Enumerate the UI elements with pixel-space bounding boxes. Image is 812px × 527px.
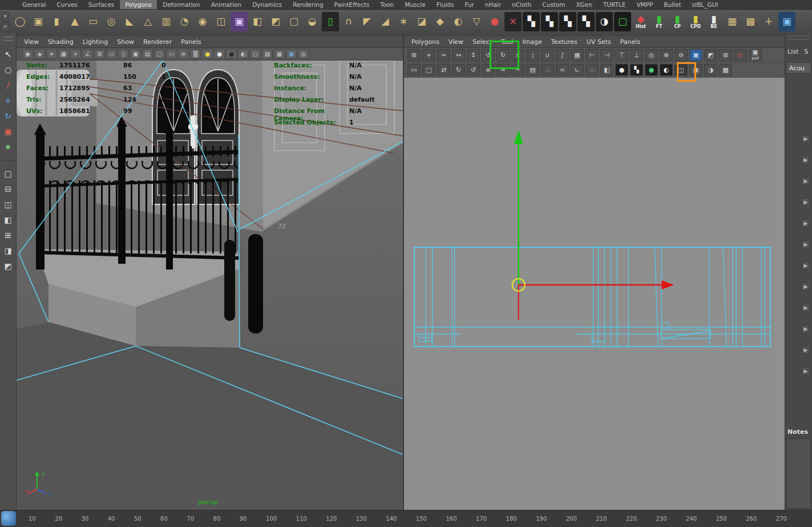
shelf-tab[interactable]: Fluids xyxy=(431,0,460,9)
sidebar-drag-handle[interactable] xyxy=(789,35,809,40)
poly-sphere-icon[interactable]: ◯ xyxy=(11,12,29,31)
uv-editor-menu-item[interactable]: View xyxy=(445,38,467,46)
append-polygon-icon[interactable]: ◤ xyxy=(358,12,375,31)
align-v-max-icon[interactable]: ⊥ xyxy=(630,49,643,61)
move-uv-shell-tool-icon[interactable]: + xyxy=(422,49,435,61)
rotate-uv-cw-icon[interactable]: ↻ xyxy=(496,49,510,61)
chamfer-icon[interactable]: ◆ xyxy=(431,12,449,31)
shelf-tab[interactable]: sIBL_GUI xyxy=(687,0,724,9)
fill-hole-icon[interactable]: ▢ xyxy=(285,12,302,31)
viewport-menu-item[interactable]: Lighting xyxy=(79,38,112,46)
cp-shelf-button[interactable]: ▮ CP xyxy=(669,12,686,31)
split-polygon-icon[interactable]: ◢ xyxy=(377,12,394,31)
axis-manip-icon[interactable]: + xyxy=(760,12,777,31)
poly-torus-icon[interactable]: ◎ xyxy=(103,12,120,31)
collapsed-section-arrow-icon[interactable]: ▶ xyxy=(802,219,810,227)
uv-lattice-icon[interactable]: ▩ xyxy=(742,12,759,31)
alpha-channel-icon[interactable]: ◐ xyxy=(660,64,673,76)
rgb-channels-icon[interactable]: ● xyxy=(645,64,658,76)
collapsed-section-arrow-icon[interactable]: ▶ xyxy=(802,135,810,143)
collapsed-section-arrow-icon[interactable]: ▶ xyxy=(802,177,810,185)
psd-network-icon[interactable]: ▣ psd xyxy=(749,49,762,61)
ambient-occlusion-icon[interactable]: ○ xyxy=(250,49,261,59)
lighting-all-icon[interactable]: ● xyxy=(202,49,213,59)
rotate-shell-icon[interactable]: ↻ xyxy=(452,64,465,76)
bevel-icon[interactable]: ◪ xyxy=(413,12,430,31)
viewport-menu-item[interactable]: View xyxy=(20,38,43,46)
smooth-icon[interactable]: ◒ xyxy=(304,12,321,31)
uv-editor-menu-item[interactable]: Image xyxy=(518,38,546,46)
shelf-tab-selector-icon[interactable]: ▾ xyxy=(1,12,9,21)
layout-hypergraph-persp-icon[interactable]: ◩ xyxy=(1,259,15,273)
paint-select-tool-icon[interactable]: / xyxy=(1,78,15,92)
unfold-uv-icon[interactable]: ≈ xyxy=(496,64,510,76)
shelf-tab[interactable]: Rendering xyxy=(288,0,329,9)
scale-tool-icon[interactable]: ▣ xyxy=(1,124,15,138)
combine-icon[interactable]: ◫ xyxy=(212,12,229,31)
shelf-tab[interactable]: Animation xyxy=(206,0,248,9)
straighten-uv-icon[interactable]: ≡ xyxy=(482,64,495,76)
bridge-icon[interactable]: ∩ xyxy=(340,12,357,31)
checker-map-icon-4[interactable]: ▚ xyxy=(577,12,595,31)
viewport-menu-item[interactable]: Show xyxy=(113,38,138,46)
textured-display-icon[interactable]: ▣ xyxy=(286,49,297,59)
lighting-none-icon[interactable]: ● xyxy=(226,49,237,59)
shelf-tab[interactable]: Muscle xyxy=(399,0,431,9)
xray-icon[interactable]: ▒ xyxy=(190,49,201,59)
snap-together-icon[interactable]: ∴ xyxy=(585,64,599,76)
dim-image-icon[interactable]: ◑ xyxy=(704,64,717,76)
sew-uv-edges-icon[interactable]: ∪ xyxy=(541,49,554,61)
shelf-tab[interactable]: Dynamics xyxy=(247,0,288,9)
shelf-tab[interactable]: Fur xyxy=(459,0,479,9)
poly-plane-icon[interactable]: ▭ xyxy=(84,12,102,31)
viewport-canvas[interactable]: Verts: 1751176 86 0 Edges: 4008017 150 1… xyxy=(17,61,403,510)
collapsed-section-arrow-icon[interactable]: ▶ xyxy=(802,283,810,291)
align-u-min-icon[interactable]: ⊢ xyxy=(585,49,599,61)
shelf-tab[interactable]: XGen xyxy=(571,0,597,9)
uv-editor-canvas[interactable] xyxy=(404,78,785,510)
uv-smudge-tool-icon[interactable]: ≈ xyxy=(437,49,450,61)
shelf-tab[interactable]: Bullet xyxy=(659,0,686,9)
last-tool-icon[interactable]: ★ xyxy=(1,140,15,154)
layout-two-side-icon[interactable]: ◫ xyxy=(1,198,15,211)
texture-borders-icon[interactable]: ▩ xyxy=(719,64,732,76)
select-camera-icon[interactable]: ◉ xyxy=(22,49,33,59)
time-slider[interactable]: 1020304050607080901001101201301401501601… xyxy=(0,510,812,527)
checker-map-icon-1[interactable]: ▚ xyxy=(523,12,540,31)
wireframe-shaded-icon[interactable]: ▦ xyxy=(274,49,285,59)
flip-u-icon[interactable]: ↔ xyxy=(452,49,465,61)
poly-pyramid-icon[interactable]: △ xyxy=(139,12,156,31)
shelf-tab[interactable]: VMPP xyxy=(631,0,659,9)
shelf-tab[interactable]: Curves xyxy=(51,0,83,9)
shader-view-icon[interactable]: ● xyxy=(615,64,628,76)
merge-vertex-icon[interactable]: ∗ xyxy=(395,12,412,31)
notes-panel[interactable] xyxy=(786,439,811,509)
image-display-icon[interactable]: ▣ xyxy=(689,49,702,61)
edge-color-icon[interactable]: ◩ xyxy=(704,49,717,61)
uv-editor-menu-item[interactable]: Polygons xyxy=(407,38,443,46)
uv-editor-menu-item[interactable]: Select xyxy=(468,38,496,46)
sculpt-geometry-icon[interactable]: ● xyxy=(486,12,503,31)
collapsed-section-arrow-icon[interactable]: ▶ xyxy=(802,262,810,269)
lock-camera-icon[interactable]: ◈ xyxy=(34,49,45,59)
image-plane-icon[interactable]: ▦ xyxy=(58,49,69,59)
distribute-shells-icon[interactable]: ∴ xyxy=(541,64,554,76)
move-and-sew-icon[interactable]: ∫ xyxy=(556,49,569,61)
pan-zoom-2d-icon[interactable]: + xyxy=(70,49,81,59)
hist-shelf-button[interactable]: ◆ Hist xyxy=(632,12,649,31)
cut-uv-edges-icon[interactable]: × xyxy=(511,49,524,61)
rotate-uv-ccw-icon[interactable]: ↺ xyxy=(482,49,495,61)
shelf-tab[interactable]: PaintEffects xyxy=(329,0,375,9)
extract-icon[interactable]: ◩ xyxy=(267,12,284,31)
safe-action-icon[interactable]: ▢ xyxy=(154,49,165,59)
poly-cylinder-icon[interactable]: ▮ xyxy=(48,12,65,31)
flip-v-icon[interactable]: ↕ xyxy=(467,49,480,61)
flip-shell-icon[interactable]: ⇄ xyxy=(437,64,450,76)
paste-uv-icon[interactable]: ▣ xyxy=(689,64,702,76)
collapsed-section-arrow-icon[interactable]: ▶ xyxy=(802,346,810,354)
cpd-shelf-button[interactable]: ▮ CPD xyxy=(687,12,704,31)
sidebar-menu-item[interactable]: S xyxy=(804,48,808,55)
shelf-tab[interactable]: Surfaces xyxy=(83,0,120,9)
shelf-tab[interactable]: Custom xyxy=(537,0,571,9)
shelf-tab[interactable]: TURTLE xyxy=(598,0,632,9)
